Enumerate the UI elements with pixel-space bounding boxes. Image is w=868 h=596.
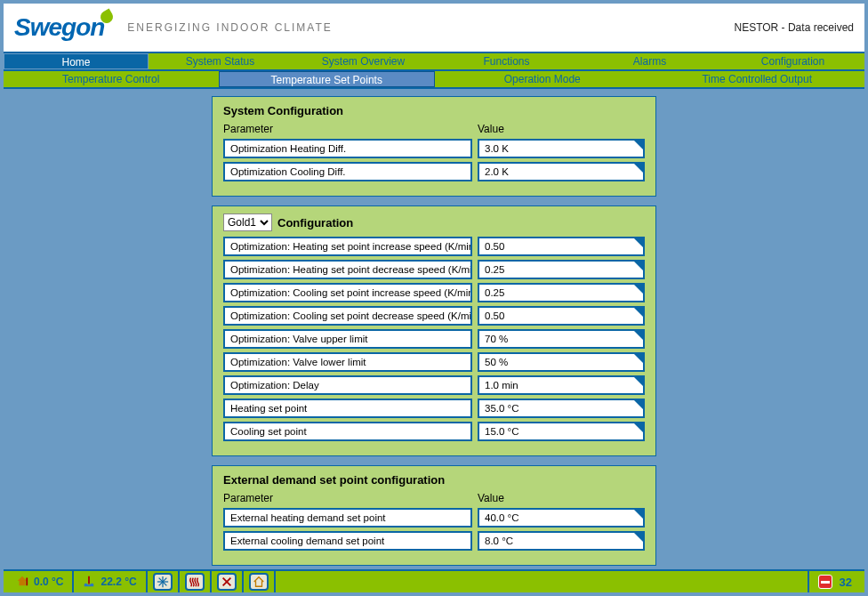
alarm-count: 32 — [840, 576, 852, 589]
param-row: Optimization: Delay1.0 min — [223, 375, 645, 395]
param-row: Optimization: Valve lower limit50 % — [223, 352, 645, 372]
param-row: Heating set point35.0 °C — [223, 399, 645, 418]
param-cell: Optimization Heating Diff. — [223, 139, 472, 158]
value-cell[interactable]: 1.0 min — [478, 375, 645, 395]
logo: Swegon — [14, 13, 117, 42]
panel-headers: Parameter Value — [223, 123, 645, 135]
param-cell: Heating set point — [223, 399, 472, 418]
water-temp-value: 22.2 °C — [100, 576, 136, 588]
alarm-indicator[interactable]: 32 — [809, 575, 861, 589]
value-cell[interactable]: 15.0 °C — [478, 422, 645, 441]
sub-nav: Temperature ControlTemperature Set Point… — [4, 71, 864, 89]
main-nav-item-system-overview[interactable]: System Overview — [292, 53, 435, 69]
panel-system-config: System Configuration Parameter Value Opt… — [212, 96, 656, 197]
value-cell[interactable]: 40.0 °C — [478, 508, 645, 528]
cool-mode-button[interactable] — [148, 571, 180, 592]
tagline: ENERGIZING INDOOR CLIMATE — [127, 21, 332, 34]
value-cell[interactable]: 8.0 °C — [478, 531, 645, 551]
main-nav-item-functions[interactable]: Functions — [435, 53, 578, 69]
value-cell[interactable]: 0.50 — [478, 237, 645, 256]
disable-button[interactable] — [212, 571, 244, 592]
value-cell[interactable]: 2.0 K — [478, 162, 645, 181]
value-cell[interactable]: 70 % — [478, 329, 645, 349]
footer: 0.0 °C 22.2 °C — [4, 569, 864, 592]
snowflake-icon — [153, 573, 173, 591]
panel-unit-config: Gold1 Configuration Optimization: Heatin… — [212, 205, 656, 456]
param-cell: Cooling set point — [223, 422, 472, 441]
param-row: Optimization: Heating set point increase… — [223, 237, 645, 256]
param-cell: Optimization: Valve upper limit — [223, 329, 472, 349]
param-cell: Optimization: Cooling set point decrease… — [223, 306, 472, 326]
value-cell[interactable]: 0.25 — [478, 283, 645, 302]
param-row: Optimization: Cooling set point decrease… — [223, 306, 645, 326]
panel-title: System Configuration — [223, 104, 645, 117]
column-header-value: Value — [478, 492, 645, 504]
radiator-icon — [185, 573, 205, 591]
param-row: Optimization Cooling Diff.2.0 K — [223, 162, 645, 181]
column-header-value: Value — [478, 123, 645, 135]
main-nav-item-alarms[interactable]: Alarms — [578, 53, 721, 69]
value-cell[interactable]: 3.0 K — [478, 139, 645, 158]
param-cell: Optimization: Valve lower limit — [223, 352, 472, 372]
param-row: Optimization: Valve upper limit70 % — [223, 329, 645, 349]
sub-nav-item-time-controlled-output[interactable]: Time Controlled Output — [650, 71, 865, 87]
main-nav-item-system-status[interactable]: System Status — [149, 53, 292, 69]
home-button[interactable] — [244, 571, 276, 592]
config-title-text: Configuration — [277, 216, 353, 230]
footer-water-temp: 22.2 °C — [74, 571, 147, 592]
param-cell: Optimization Cooling Diff. — [223, 162, 472, 181]
param-cell: Optimization: Heating set point increase… — [223, 237, 472, 256]
panel-external-config: External demand set point configuration … — [212, 465, 656, 566]
sub-nav-item-temperature-control[interactable]: Temperature Control — [4, 71, 219, 87]
param-cell: Optimization: Delay — [223, 375, 472, 395]
column-header-parameter: Parameter — [223, 123, 478, 135]
house-icon — [249, 573, 269, 591]
param-row: Optimization: Cooling set point increase… — [223, 283, 645, 302]
main-nav: HomeSystem StatusSystem OverviewFunction… — [4, 52, 864, 71]
sub-nav-item-operation-mode[interactable]: Operation Mode — [435, 71, 650, 87]
column-header-parameter: Parameter — [223, 492, 478, 504]
param-cell: Optimization: Cooling set point increase… — [223, 283, 472, 302]
main-nav-item-configuration[interactable]: Configuration — [721, 53, 864, 69]
value-cell[interactable]: 0.50 — [478, 306, 645, 326]
param-cell: Optimization: Heating set point decrease… — [223, 260, 472, 279]
unit-selector[interactable]: Gold1 — [223, 213, 272, 231]
svg-rect-0 — [26, 577, 28, 585]
param-row: Optimization Heating Diff.3.0 K — [223, 139, 645, 158]
value-cell[interactable]: 50 % — [478, 352, 645, 372]
sub-nav-item-temperature-set-points[interactable]: Temperature Set Points — [219, 71, 436, 87]
param-cell: External cooling demand set point — [223, 531, 472, 551]
param-cell: External heating demand set point — [223, 508, 472, 528]
panel-title: External demand set point configuration — [223, 473, 645, 487]
footer-outdoor-temp: 0.0 °C — [7, 571, 74, 592]
panel-headers: Parameter Value — [223, 492, 645, 504]
content-area: System Configuration Parameter Value Opt… — [4, 89, 864, 569]
param-row: Optimization: Heating set point decrease… — [223, 260, 645, 279]
svg-rect-1 — [89, 576, 91, 584]
header: Swegon ENERGIZING INDOOR CLIMATE NESTOR … — [4, 4, 864, 52]
value-cell[interactable]: 35.0 °C — [478, 399, 645, 418]
panel-title: Gold1 Configuration — [223, 213, 645, 231]
connection-status: NESTOR - Data received — [735, 21, 855, 34]
param-row: External cooling demand set point8.0 °C — [223, 531, 645, 551]
param-row: External heating demand set point40.0 °C — [223, 508, 645, 528]
stop-icon — [818, 575, 832, 589]
value-cell[interactable]: 0.25 — [478, 260, 645, 279]
heat-mode-button[interactable] — [180, 571, 212, 592]
param-row: Cooling set point15.0 °C — [223, 422, 645, 441]
house-thermo-icon — [16, 575, 28, 590]
water-thermo-icon — [83, 575, 95, 590]
cancel-icon — [217, 573, 237, 591]
main-nav-item-home[interactable]: Home — [4, 53, 149, 69]
outdoor-temp-value: 0.0 °C — [34, 576, 63, 588]
